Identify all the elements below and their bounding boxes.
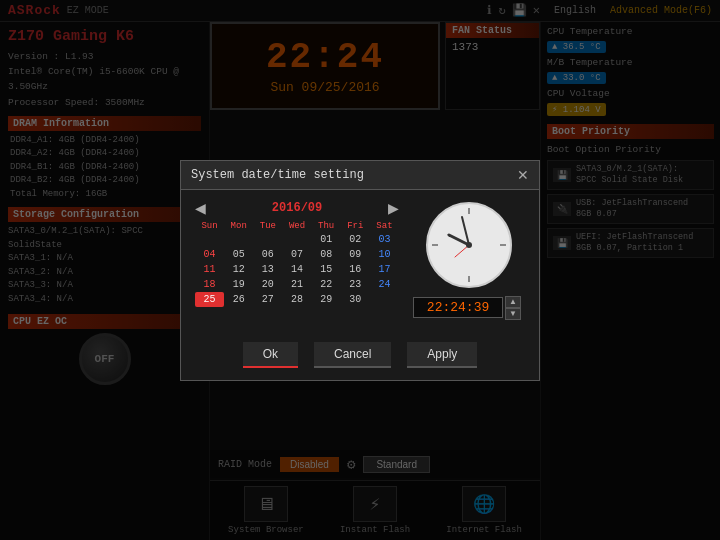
cancel-button[interactable]: Cancel: [314, 342, 391, 368]
col-tue: Tue: [253, 220, 282, 232]
col-sat: Sat: [370, 220, 399, 232]
calendar-day: [282, 232, 311, 247]
calendar-table: Sun Mon Tue Wed Thu Fri Sat 010203040506…: [195, 220, 399, 307]
calendar-week-3: 18192021222324: [195, 277, 399, 292]
calendar-day[interactable]: 05: [224, 247, 253, 262]
col-sun: Sun: [195, 220, 224, 232]
calendar-day[interactable]: 15: [312, 262, 341, 277]
calendar-day: [253, 232, 282, 247]
calendar-day[interactable]: 17: [370, 262, 399, 277]
col-thu: Thu: [312, 220, 341, 232]
apply-button[interactable]: Apply: [407, 342, 477, 368]
calendar-week-2: 11121314151617: [195, 262, 399, 277]
calendar-day[interactable]: 06: [253, 247, 282, 262]
calendar-header-row: Sun Mon Tue Wed Thu Fri Sat: [195, 220, 399, 232]
calendar-day[interactable]: 01: [312, 232, 341, 247]
calendar-day[interactable]: 30: [341, 292, 370, 307]
calendar-day[interactable]: 19: [224, 277, 253, 292]
calendar-day[interactable]: 09: [341, 247, 370, 262]
calendar-day[interactable]: 12: [224, 262, 253, 277]
calendar-day[interactable]: 21: [282, 277, 311, 292]
calendar-day[interactable]: 29: [312, 292, 341, 307]
calendar-day[interactable]: 03: [370, 232, 399, 247]
calendar-month-year: 2016/09: [272, 201, 322, 215]
time-decrement-button[interactable]: ▼: [505, 308, 521, 320]
calendar-day[interactable]: 04: [195, 247, 224, 262]
calendar-day[interactable]: 10: [370, 247, 399, 262]
time-increment-button[interactable]: ▲: [505, 296, 521, 308]
calendar-day[interactable]: 20: [253, 277, 282, 292]
analog-clock-svg: [424, 200, 514, 290]
calendar-day[interactable]: 26: [224, 292, 253, 307]
calendar-prev-button[interactable]: ◀: [195, 200, 206, 216]
calendar-week-4: 252627282930: [195, 292, 399, 307]
calendar-week-0: 010203: [195, 232, 399, 247]
dialog-title-bar: System date/time setting ✕: [181, 161, 539, 190]
calendar-day[interactable]: 02: [341, 232, 370, 247]
calendar-body: 0102030405060708091011121314151617181920…: [195, 232, 399, 307]
time-input-row: ▲ ▼: [413, 296, 525, 320]
calendar-day[interactable]: 11: [195, 262, 224, 277]
time-spinner: ▲ ▼: [505, 296, 521, 320]
calendar-day[interactable]: 16: [341, 262, 370, 277]
col-wed: Wed: [282, 220, 311, 232]
analog-clock: [424, 200, 514, 290]
dialog-title: System date/time setting: [191, 168, 364, 182]
calendar-day: [370, 292, 399, 307]
svg-point-8: [466, 242, 472, 248]
calendar-day: [224, 232, 253, 247]
dialog-close-button[interactable]: ✕: [517, 167, 529, 183]
calendar-day[interactable]: 23: [341, 277, 370, 292]
calendar-day[interactable]: 08: [312, 247, 341, 262]
calendar-week-1: 04050607080910: [195, 247, 399, 262]
calendar-day[interactable]: 18: [195, 277, 224, 292]
calendar: ◀ 2016/09 ▶ Sun Mon Tue Wed Thu Fri Sat: [195, 200, 399, 326]
dialog-footer: Ok Cancel Apply: [181, 336, 539, 380]
calendar-day[interactable]: 27: [253, 292, 282, 307]
calendar-day[interactable]: 22: [312, 277, 341, 292]
calendar-day[interactable]: 13: [253, 262, 282, 277]
calendar-next-button[interactable]: ▶: [388, 200, 399, 216]
calendar-day[interactable]: 24: [370, 277, 399, 292]
calendar-day[interactable]: 25: [195, 292, 224, 307]
dialog-body: ◀ 2016/09 ▶ Sun Mon Tue Wed Thu Fri Sat: [181, 190, 539, 336]
ok-button[interactable]: Ok: [243, 342, 298, 368]
calendar-day[interactable]: 14: [282, 262, 311, 277]
calendar-nav: ◀ 2016/09 ▶: [195, 200, 399, 216]
time-input[interactable]: [413, 297, 503, 318]
datetime-dialog: System date/time setting ✕ ◀ 2016/09 ▶ S…: [180, 160, 540, 381]
dialog-overlay: System date/time setting ✕ ◀ 2016/09 ▶ S…: [0, 0, 720, 540]
calendar-day[interactable]: 07: [282, 247, 311, 262]
col-mon: Mon: [224, 220, 253, 232]
calendar-day: [195, 232, 224, 247]
calendar-day[interactable]: 28: [282, 292, 311, 307]
col-fri: Fri: [341, 220, 370, 232]
clock-section: ▲ ▼: [413, 200, 525, 326]
